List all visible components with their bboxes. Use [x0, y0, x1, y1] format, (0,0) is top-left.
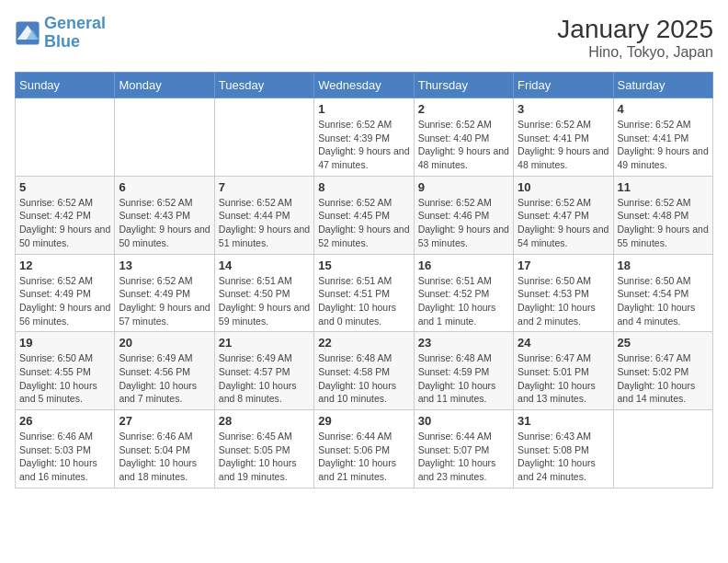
day-number: 29 — [318, 414, 409, 428]
calendar-cell: 29Sunrise: 6:44 AM Sunset: 5:06 PM Dayli… — [314, 410, 414, 488]
calendar-cell: 19Sunrise: 6:50 AM Sunset: 4:55 PM Dayli… — [16, 332, 115, 410]
page-header: General Blue January 2025 Hino, Tokyo, J… — [15, 15, 713, 61]
calendar-cell: 9Sunrise: 6:52 AM Sunset: 4:46 PM Daylig… — [414, 176, 513, 254]
calendar-cell: 21Sunrise: 6:49 AM Sunset: 4:57 PM Dayli… — [214, 332, 313, 410]
day-number: 23 — [418, 336, 509, 350]
calendar-cell: 24Sunrise: 6:47 AM Sunset: 5:01 PM Dayli… — [514, 332, 613, 410]
day-info: Sunrise: 6:48 AM Sunset: 4:59 PM Dayligh… — [418, 351, 509, 406]
day-number: 28 — [219, 414, 310, 428]
calendar-week-4: 19Sunrise: 6:50 AM Sunset: 4:55 PM Dayli… — [16, 332, 713, 410]
day-info: Sunrise: 6:44 AM Sunset: 5:06 PM Dayligh… — [318, 430, 409, 484]
calendar-cell: 30Sunrise: 6:44 AM Sunset: 5:07 PM Dayli… — [414, 410, 513, 488]
title-block: January 2025 Hino, Tokyo, Japan — [557, 15, 713, 61]
day-info: Sunrise: 6:50 AM Sunset: 4:53 PM Dayligh… — [518, 274, 609, 328]
calendar-cell: 26Sunrise: 6:46 AM Sunset: 5:03 PM Dayli… — [16, 410, 115, 488]
day-number: 18 — [618, 259, 709, 272]
day-number: 31 — [518, 414, 609, 428]
day-info: Sunrise: 6:47 AM Sunset: 5:01 PM Dayligh… — [518, 351, 609, 406]
day-number: 15 — [318, 259, 409, 272]
day-info: Sunrise: 6:43 AM Sunset: 5:08 PM Dayligh… — [518, 430, 609, 484]
day-number: 26 — [19, 414, 110, 428]
day-info: Sunrise: 6:49 AM Sunset: 4:56 PM Dayligh… — [119, 351, 210, 406]
day-number: 16 — [418, 259, 509, 272]
day-number: 21 — [219, 336, 310, 350]
calendar-cell — [115, 98, 214, 177]
day-info: Sunrise: 6:47 AM Sunset: 5:02 PM Dayligh… — [618, 351, 709, 406]
calendar-cell: 14Sunrise: 6:51 AM Sunset: 4:50 PM Dayli… — [214, 254, 313, 332]
calendar-cell: 23Sunrise: 6:48 AM Sunset: 4:59 PM Dayli… — [414, 332, 513, 410]
weekday-header-saturday: Saturday — [613, 73, 712, 98]
day-number: 12 — [19, 259, 110, 272]
calendar-cell: 5Sunrise: 6:52 AM Sunset: 4:42 PM Daylig… — [16, 176, 115, 254]
calendar: SundayMondayTuesdayWednesdayThursdayFrid… — [15, 72, 713, 488]
day-info: Sunrise: 6:52 AM Sunset: 4:44 PM Dayligh… — [219, 196, 310, 250]
day-number: 3 — [518, 102, 609, 116]
calendar-cell: 16Sunrise: 6:51 AM Sunset: 4:52 PM Dayli… — [414, 254, 513, 332]
calendar-cell: 28Sunrise: 6:45 AM Sunset: 5:05 PM Dayli… — [214, 410, 313, 488]
day-number: 1 — [318, 102, 409, 116]
day-number: 13 — [119, 259, 210, 272]
day-info: Sunrise: 6:44 AM Sunset: 5:07 PM Dayligh… — [418, 430, 509, 484]
day-info: Sunrise: 6:50 AM Sunset: 4:54 PM Dayligh… — [618, 274, 709, 328]
calendar-cell: 22Sunrise: 6:48 AM Sunset: 4:58 PM Dayli… — [314, 332, 414, 410]
day-number: 25 — [618, 336, 709, 350]
day-info: Sunrise: 6:48 AM Sunset: 4:58 PM Dayligh… — [318, 351, 409, 406]
calendar-cell: 10Sunrise: 6:52 AM Sunset: 4:47 PM Dayli… — [514, 176, 613, 254]
calendar-cell — [214, 98, 313, 177]
weekday-header-wednesday: Wednesday — [314, 73, 414, 98]
day-number: 6 — [119, 180, 210, 194]
calendar-week-2: 5Sunrise: 6:52 AM Sunset: 4:42 PM Daylig… — [16, 176, 713, 254]
day-info: Sunrise: 6:51 AM Sunset: 4:52 PM Dayligh… — [418, 274, 509, 328]
day-info: Sunrise: 6:52 AM Sunset: 4:42 PM Dayligh… — [19, 196, 110, 250]
day-number: 20 — [119, 336, 210, 350]
day-number: 7 — [219, 180, 310, 194]
day-info: Sunrise: 6:51 AM Sunset: 4:51 PM Dayligh… — [318, 274, 409, 328]
weekday-header-tuesday: Tuesday — [214, 73, 313, 98]
day-info: Sunrise: 6:52 AM Sunset: 4:43 PM Dayligh… — [119, 196, 210, 250]
calendar-cell: 11Sunrise: 6:52 AM Sunset: 4:48 PM Dayli… — [613, 176, 712, 254]
day-info: Sunrise: 6:52 AM Sunset: 4:49 PM Dayligh… — [119, 274, 210, 328]
weekday-header-sunday: Sunday — [16, 73, 115, 98]
day-number: 30 — [418, 414, 509, 428]
day-number: 4 — [618, 102, 709, 116]
day-info: Sunrise: 6:51 AM Sunset: 4:50 PM Dayligh… — [219, 274, 310, 328]
calendar-cell: 7Sunrise: 6:52 AM Sunset: 4:44 PM Daylig… — [214, 176, 313, 254]
day-number: 14 — [219, 259, 310, 272]
calendar-cell — [16, 98, 115, 177]
calendar-cell — [613, 410, 712, 488]
calendar-cell: 25Sunrise: 6:47 AM Sunset: 5:02 PM Dayli… — [613, 332, 712, 410]
day-number: 19 — [19, 336, 110, 350]
day-info: Sunrise: 6:52 AM Sunset: 4:46 PM Dayligh… — [418, 196, 509, 250]
calendar-week-1: 1Sunrise: 6:52 AM Sunset: 4:39 PM Daylig… — [16, 98, 713, 177]
calendar-cell: 6Sunrise: 6:52 AM Sunset: 4:43 PM Daylig… — [115, 176, 214, 254]
day-info: Sunrise: 6:52 AM Sunset: 4:49 PM Dayligh… — [19, 274, 110, 328]
weekday-header-thursday: Thursday — [414, 73, 513, 98]
day-number: 27 — [119, 414, 210, 428]
day-info: Sunrise: 6:49 AM Sunset: 4:57 PM Dayligh… — [219, 351, 310, 406]
calendar-cell: 1Sunrise: 6:52 AM Sunset: 4:39 PM Daylig… — [314, 98, 414, 177]
calendar-cell: 15Sunrise: 6:51 AM Sunset: 4:51 PM Dayli… — [314, 254, 414, 332]
day-info: Sunrise: 6:45 AM Sunset: 5:05 PM Dayligh… — [219, 430, 310, 484]
calendar-cell: 13Sunrise: 6:52 AM Sunset: 4:49 PM Dayli… — [115, 254, 214, 332]
calendar-cell: 2Sunrise: 6:52 AM Sunset: 4:40 PM Daylig… — [414, 98, 513, 177]
day-number: 10 — [518, 180, 609, 194]
calendar-week-3: 12Sunrise: 6:52 AM Sunset: 4:49 PM Dayli… — [16, 254, 713, 332]
day-info: Sunrise: 6:52 AM Sunset: 4:41 PM Dayligh… — [618, 118, 709, 172]
day-number: 9 — [418, 180, 509, 194]
day-number: 24 — [518, 336, 609, 350]
calendar-week-5: 26Sunrise: 6:46 AM Sunset: 5:03 PM Dayli… — [16, 410, 713, 488]
day-info: Sunrise: 6:50 AM Sunset: 4:55 PM Dayligh… — [19, 351, 110, 406]
day-info: Sunrise: 6:46 AM Sunset: 5:03 PM Dayligh… — [19, 430, 110, 484]
calendar-header-row: SundayMondayTuesdayWednesdayThursdayFrid… — [16, 73, 713, 98]
logo: General Blue — [15, 15, 106, 52]
day-info: Sunrise: 6:52 AM Sunset: 4:41 PM Dayligh… — [518, 118, 609, 172]
day-number: 2 — [418, 102, 509, 116]
calendar-cell: 8Sunrise: 6:52 AM Sunset: 4:45 PM Daylig… — [314, 176, 414, 254]
weekday-header-friday: Friday — [514, 73, 613, 98]
logo-text: General Blue — [44, 15, 106, 52]
day-number: 5 — [19, 180, 110, 194]
day-info: Sunrise: 6:46 AM Sunset: 5:04 PM Dayligh… — [119, 430, 210, 484]
calendar-cell: 17Sunrise: 6:50 AM Sunset: 4:53 PM Dayli… — [514, 254, 613, 332]
calendar-cell: 4Sunrise: 6:52 AM Sunset: 4:41 PM Daylig… — [613, 98, 712, 177]
day-number: 8 — [318, 180, 409, 194]
